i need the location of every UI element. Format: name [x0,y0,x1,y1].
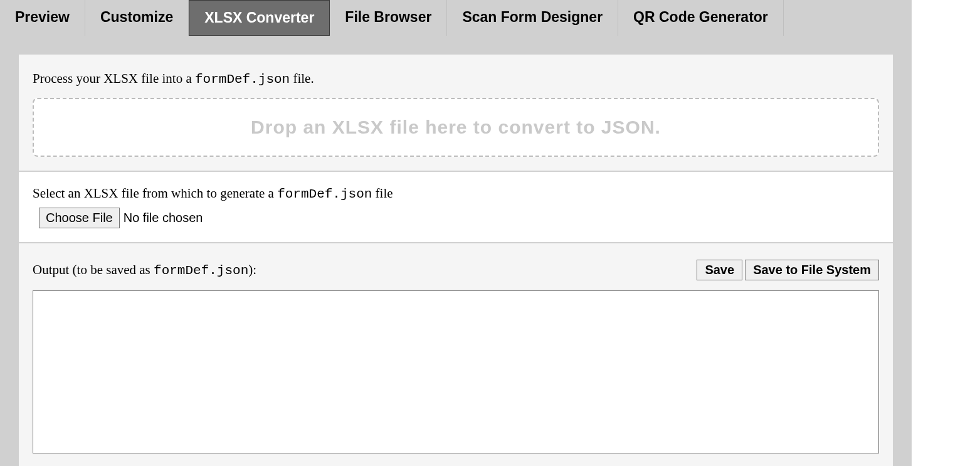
dropzone[interactable]: Drop an XLSX file here to convert to JSO… [33,98,879,157]
output-buttons: Save Save to File System [697,260,879,280]
dropzone-text: Drop an XLSX file here to convert to JSO… [40,117,872,138]
save-to-filesystem-button[interactable]: Save to File System [745,260,879,280]
output-label-code: formDef.json [154,263,248,278]
intro-suffix: file. [290,71,313,86]
file-status-text: No file chosen [124,211,203,225]
tab-customize[interactable]: Customize [85,0,189,36]
tab-bar: Preview Customize XLSX Converter File Br… [0,0,912,36]
intro-prefix: Process your XLSX file into a [33,71,195,86]
file-select-panel: Select an XLSX file from which to genera… [19,172,893,242]
select-code: formDef.json [277,187,372,201]
tab-xlsx-converter[interactable]: XLSX Converter [189,0,330,36]
select-prefix: Select an XLSX file from which to genera… [33,186,277,201]
save-button[interactable]: Save [697,260,742,280]
file-input-row: Choose File No file chosen [39,208,879,228]
select-text: Select an XLSX file from which to genera… [33,186,879,201]
tab-qr-code-generator[interactable]: QR Code Generator [618,0,784,36]
output-header: Output (to be saved as formDef.json): Sa… [33,260,879,280]
tab-file-browser[interactable]: File Browser [330,0,447,36]
intro-text: Process your XLSX file into a formDef.js… [33,71,879,87]
tab-preview[interactable]: Preview [0,0,85,36]
output-label-suffix: ): [248,262,256,277]
output-textarea[interactable] [33,290,879,453]
choose-file-button[interactable]: Choose File [39,208,120,228]
page-body: Process your XLSX file into a formDef.js… [0,36,912,466]
intro-code: formDef.json [195,72,290,87]
intro-panel: Process your XLSX file into a formDef.js… [19,55,893,171]
output-label-prefix: Output (to be saved as [33,262,154,277]
select-suffix: file [372,186,393,201]
tab-scan-form-designer[interactable]: Scan Form Designer [447,0,618,36]
output-panel: Output (to be saved as formDef.json): Sa… [19,243,893,466]
output-label: Output (to be saved as formDef.json): [33,262,256,278]
